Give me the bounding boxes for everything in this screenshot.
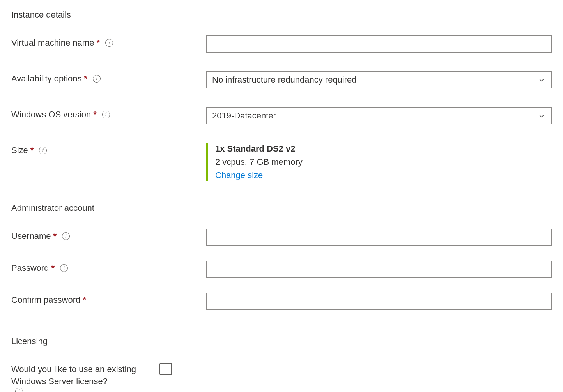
size-title: 1x Standard DS2 v2 [215, 144, 552, 154]
section-heading-licensing: Licensing [11, 336, 552, 346]
existing-license-checkbox[interactable] [159, 363, 172, 375]
availability-value: No infrastructure redundancy required [212, 75, 357, 85]
info-icon[interactable] [93, 75, 101, 83]
password-input[interactable] [206, 261, 552, 278]
required-asterisk: * [93, 109, 97, 121]
required-asterisk: * [83, 294, 86, 306]
size-sub: 2 vcpus, 7 GB memory [215, 157, 552, 167]
os-version-select[interactable]: 2019-Datacenter [206, 107, 552, 124]
confirm-password-input[interactable] [206, 293, 552, 310]
chevron-down-icon [537, 111, 546, 120]
label-existing-license: Would you like to use an existing Window… [11, 362, 159, 392]
info-icon[interactable] [105, 39, 113, 47]
section-heading-admin: Administrator account [11, 203, 552, 213]
label-confirm-password: Confirm password * [11, 293, 206, 306]
vm-name-input[interactable] [206, 35, 552, 53]
label-password: Password * [11, 261, 206, 274]
required-asterisk: * [96, 37, 100, 49]
required-asterisk: * [53, 230, 57, 242]
availability-select[interactable]: No infrastructure redundancy required [206, 71, 552, 88]
info-icon[interactable] [62, 232, 70, 240]
label-availability: Availability options * [11, 71, 206, 85]
required-asterisk: * [84, 73, 88, 85]
label-size: Size * [11, 143, 206, 157]
required-asterisk: * [30, 145, 34, 157]
os-version-value: 2019-Datacenter [212, 111, 276, 121]
username-input[interactable] [206, 229, 552, 246]
info-icon[interactable] [102, 111, 110, 118]
info-icon[interactable] [60, 264, 68, 272]
form-panel: Instance details Virtual machine name * … [0, 0, 563, 392]
chevron-down-icon [537, 76, 546, 84]
label-os-version: Windows OS version * [11, 107, 206, 121]
required-asterisk: * [51, 262, 55, 274]
size-block: 1x Standard DS2 v2 2 vcpus, 7 GB memory … [206, 143, 552, 181]
section-heading-instance: Instance details [11, 10, 552, 20]
change-size-link[interactable]: Change size [215, 170, 552, 180]
label-vm-name: Virtual machine name * [11, 35, 206, 49]
info-icon[interactable] [39, 147, 47, 154]
info-icon[interactable] [15, 388, 23, 392]
label-username: Username * [11, 229, 206, 242]
